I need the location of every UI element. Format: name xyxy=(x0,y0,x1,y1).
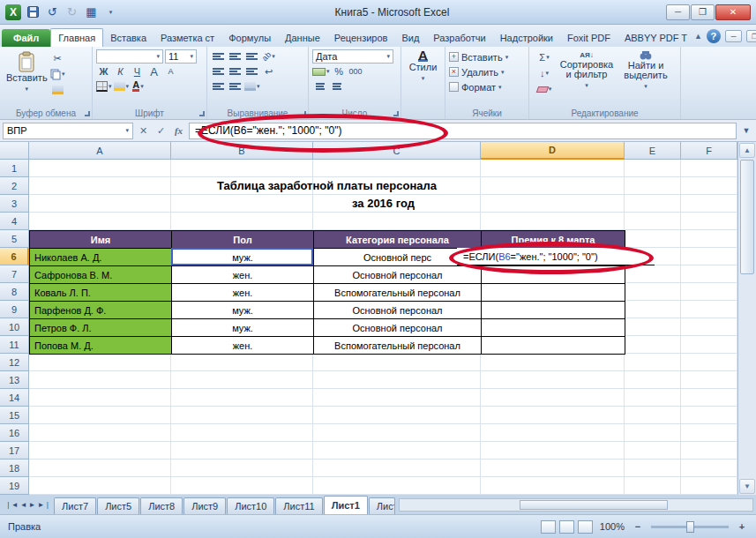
format-painter-icon[interactable] xyxy=(50,83,65,97)
row-header-1[interactable]: 1 xyxy=(0,160,29,177)
sheet-tab-list10[interactable]: Лист10 xyxy=(227,497,274,514)
tab-developer[interactable]: Разработчи xyxy=(426,29,492,47)
cell-b11[interactable]: жен. xyxy=(172,337,314,355)
tab-abbyy-pdf[interactable]: ABBYY PDF T xyxy=(618,29,694,47)
row-header-4[interactable]: 4 xyxy=(0,213,29,230)
row-header-7[interactable]: 7 xyxy=(0,265,29,283)
cell-b9[interactable]: муж. xyxy=(172,302,314,319)
cell-d6-edit-overlay[interactable]: =ЕСЛИ(B6="жен."; "1000"; "0") xyxy=(457,248,655,265)
cell-c9[interactable]: Основной персонал xyxy=(314,302,482,319)
styles-button[interactable]: А Стили ▾ xyxy=(405,49,441,85)
page-break-view-icon[interactable] xyxy=(578,520,593,534)
row-header-8[interactable]: 8 xyxy=(0,283,29,301)
name-box[interactable]: ВПР ▾ xyxy=(3,123,133,139)
column-header-b[interactable]: B xyxy=(171,142,313,160)
align-left-icon[interactable] xyxy=(211,64,226,78)
cell-b7[interactable]: жен. xyxy=(172,266,314,284)
help-icon[interactable]: ? xyxy=(707,29,721,43)
row-header-17[interactable]: 17 xyxy=(0,442,29,460)
select-all-corner[interactable] xyxy=(0,142,29,160)
vertical-scrollbar[interactable]: ▲ ▼ xyxy=(737,142,756,495)
comma-format-icon[interactable]: 000 xyxy=(348,64,363,78)
font-color-icon[interactable]: А▾ xyxy=(131,79,146,93)
increase-indent-icon[interactable] xyxy=(228,79,243,93)
zoom-slider-thumb[interactable] xyxy=(686,521,694,533)
last-sheet-icon[interactable]: ►❘ xyxy=(37,501,50,509)
orientation-icon[interactable]: ab▾ xyxy=(261,49,276,64)
prev-sheet-icon[interactable]: ◄ xyxy=(20,501,27,509)
insert-function-icon[interactable]: fx xyxy=(171,123,186,138)
sheet-tab-list5[interactable]: Лист5 xyxy=(97,497,139,514)
align-center-icon[interactable] xyxy=(228,64,243,78)
column-header-d[interactable]: D xyxy=(481,142,625,160)
row-header-19[interactable]: 19 xyxy=(0,477,29,495)
formula-input[interactable]: =ЕСЛИ(B6="жен."; "1000"; "0") xyxy=(189,123,737,139)
align-middle-icon[interactable] xyxy=(228,49,243,64)
zoom-level[interactable]: 100% xyxy=(600,521,625,532)
fill-color-icon[interactable]: ▾ xyxy=(114,79,130,93)
scroll-down-icon[interactable]: ▼ xyxy=(739,479,755,494)
table-header-category[interactable]: Категория персонала xyxy=(314,231,482,249)
cell-a9[interactable]: Парфенов Д. Ф. xyxy=(30,302,172,319)
enter-icon[interactable]: ✓ xyxy=(153,123,168,138)
redo-icon[interactable]: ↻ xyxy=(64,4,79,19)
grow-font-button[interactable]: А xyxy=(146,64,161,78)
scroll-up-icon[interactable]: ▲ xyxy=(739,143,755,158)
cell-a10[interactable]: Петров Ф. Л. xyxy=(30,319,172,337)
row-header-9[interactable]: 9 xyxy=(0,301,29,318)
wrap-text-icon[interactable]: ↩ xyxy=(261,64,276,78)
tab-view[interactable]: Вид xyxy=(394,29,426,47)
cell-d8[interactable] xyxy=(482,284,625,302)
clear-button[interactable]: ▾ xyxy=(533,82,556,96)
row-header-16[interactable]: 16 xyxy=(0,424,29,442)
undo-icon[interactable]: ↺ xyxy=(45,4,60,19)
sheet-tab-list1[interactable]: Лист1 xyxy=(324,496,368,514)
cell-b8[interactable]: жен. xyxy=(172,284,314,302)
zoom-in-icon[interactable]: + xyxy=(736,521,748,532)
row-header-14[interactable]: 14 xyxy=(0,389,29,407)
fill-button[interactable]: ↓▾ xyxy=(533,66,556,80)
decrease-indent-icon[interactable] xyxy=(211,79,226,93)
font-dialog-launcher-icon[interactable] xyxy=(199,111,205,116)
zoom-slider[interactable] xyxy=(651,526,729,528)
row-header-18[interactable]: 18 xyxy=(0,460,29,477)
column-header-a[interactable]: A xyxy=(29,142,171,160)
qat-customize-icon[interactable]: ▾ xyxy=(103,4,118,19)
column-header-f[interactable]: F xyxy=(681,142,737,160)
cell-a7[interactable]: Сафронова В. М. xyxy=(30,266,172,284)
autosum-button[interactable]: Σ▾ xyxy=(533,50,556,64)
table-header-name[interactable]: Имя xyxy=(30,231,172,249)
cell-c7[interactable]: Основной персонал xyxy=(314,266,482,284)
tab-home[interactable]: Главная xyxy=(50,28,103,47)
page-layout-view-icon[interactable] xyxy=(559,520,574,534)
cell-c11[interactable]: Вспомогательный персонал xyxy=(314,337,482,355)
cell-c10[interactable]: Основной персонал xyxy=(314,319,482,337)
expand-formula-bar-icon[interactable]: ▼ xyxy=(739,126,753,135)
cell-b10[interactable]: муж. xyxy=(172,319,314,337)
tab-scroll-buttons[interactable]: ❘◄ ◄ ► ►❘ xyxy=(2,495,54,514)
paste-button[interactable]: Вставить ▾ xyxy=(4,49,50,97)
row-header-2[interactable]: 2 xyxy=(0,177,29,195)
borders-icon[interactable]: ▾ xyxy=(96,79,112,93)
align-top-icon[interactable] xyxy=(211,49,226,64)
tab-addins[interactable]: Надстройки xyxy=(493,29,560,47)
cell-a6[interactable]: Николаев А. Д. xyxy=(30,249,172,266)
maximize-button[interactable]: ❐ xyxy=(691,4,715,20)
cell-d11[interactable] xyxy=(482,337,625,355)
sheet-tab-partial[interactable]: Лист xyxy=(369,497,395,514)
cell-a11[interactable]: Попова М. Д. xyxy=(30,337,172,355)
cut-icon[interactable]: ✂ xyxy=(50,51,65,65)
minimize-button[interactable]: ─ xyxy=(666,4,690,20)
tab-review[interactable]: Рецензиров xyxy=(327,29,395,47)
align-right-icon[interactable] xyxy=(244,64,259,78)
column-header-c[interactable]: C xyxy=(313,142,481,160)
cell-d10[interactable] xyxy=(482,319,625,337)
delete-cells-button[interactable]: × Удалить▾ xyxy=(449,64,525,79)
next-sheet-icon[interactable]: ► xyxy=(29,501,36,509)
tab-insert[interactable]: Вставка xyxy=(103,29,153,47)
cell-d9[interactable] xyxy=(482,302,625,319)
row-header-13[interactable]: 13 xyxy=(0,371,29,389)
decrease-decimal-icon[interactable] xyxy=(329,79,344,93)
row-header-12[interactable]: 12 xyxy=(0,354,29,371)
cell-a8[interactable]: Коваль Л. П. xyxy=(30,284,172,302)
